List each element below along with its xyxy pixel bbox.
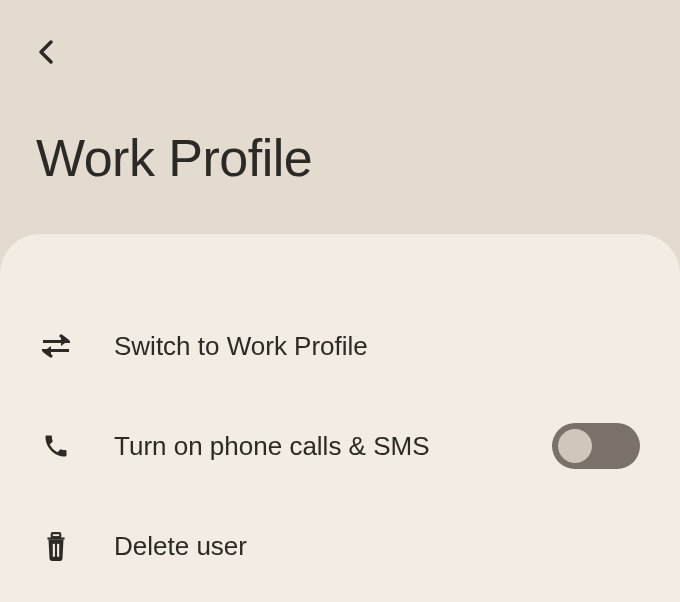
- phone-sms-toggle[interactable]: [552, 423, 640, 469]
- svg-rect-0: [52, 533, 61, 537]
- chevron-left-icon: [36, 52, 56, 69]
- svg-rect-2: [57, 544, 59, 557]
- switch-profile-label: Switch to Work Profile: [114, 331, 644, 362]
- swap-icon: [36, 334, 76, 358]
- switch-profile-item[interactable]: Switch to Work Profile: [0, 296, 680, 396]
- toggle-knob: [558, 429, 592, 463]
- phone-sms-label: Turn on phone calls & SMS: [114, 431, 552, 462]
- phone-sms-item[interactable]: Turn on phone calls & SMS: [0, 396, 680, 496]
- back-button[interactable]: [28, 30, 64, 78]
- delete-user-item[interactable]: Delete user: [0, 496, 680, 596]
- phone-icon: [36, 432, 76, 460]
- page-title: Work Profile: [36, 128, 312, 188]
- trash-icon: [36, 531, 76, 561]
- svg-rect-1: [53, 544, 55, 557]
- delete-user-label: Delete user: [114, 531, 644, 562]
- settings-panel: Switch to Work Profile Turn on phone cal…: [0, 234, 680, 602]
